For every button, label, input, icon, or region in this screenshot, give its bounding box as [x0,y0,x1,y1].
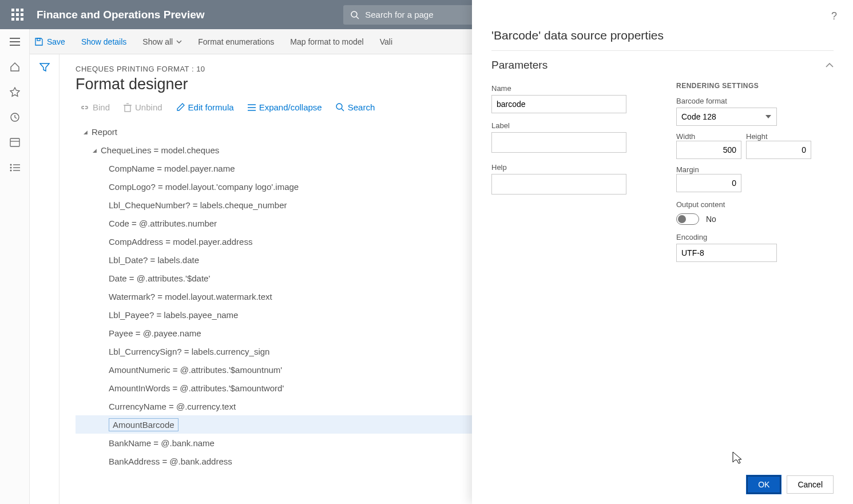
svg-rect-15 [125,105,130,112]
svg-rect-7 [10,138,19,146]
name-label: Name [491,84,649,93]
label-field[interactable] [491,132,626,153]
svg-point-0 [351,11,357,17]
search-action[interactable]: Search [336,102,375,112]
help-field[interactable] [491,174,626,195]
tree-node-label: ChequeLines = model.cheques [101,145,219,155]
list-icon[interactable] [9,162,21,173]
expand-collapse-action[interactable]: Expand/collapse [248,102,322,112]
filter-icon[interactable] [39,62,50,504]
tree-node-label: Lbl_CurrencySign? = labels.currency_sign [109,347,269,356]
barcode-format-select[interactable] [676,108,777,126]
properties-panel: ? 'Barcode' data source properties Param… [472,0,853,504]
name-field[interactable] [491,95,626,113]
parameters-header[interactable]: Parameters [491,59,834,72]
save-button[interactable]: Save [34,37,65,46]
tree-node-label: Lbl_Date? = labels.date [109,255,199,265]
form-left-column: Name Label Help [491,82,649,262]
tree-node-label: Report [92,127,117,137]
tree-node-label: Code = @.attributes.number [109,219,217,228]
parameters-label: Parameters [491,59,547,72]
tree-node-label: AmountNumeric = @.attributes.'$amountnum… [109,365,282,375]
caret-icon[interactable] [90,147,98,153]
tree-node-label: AmountInWords = @.attributes.'$amountwor… [109,383,284,393]
tree-node-label: CompLogo? = model.layout.'company logo'.… [109,182,299,192]
width-field[interactable] [676,141,741,159]
chevron-up-icon [826,63,834,68]
label-label: Label [491,121,649,130]
tree-node-label: CompName = model.payer.name [109,164,235,173]
help-icon[interactable]: ? [831,10,837,22]
help-label: Help [491,163,649,172]
show-all-button[interactable]: Show all [142,37,182,46]
margin-label: Margin [676,165,699,174]
unbind-action: Unbind [124,102,162,112]
svg-rect-2 [37,38,40,41]
margin-field[interactable] [676,174,741,192]
validate-button[interactable]: Vali [380,37,392,46]
output-content-label: Output content [676,200,834,209]
output-content-toggle[interactable] [676,213,699,225]
form-right-column: RENDERING SETTINGS Barcode format Width … [676,82,834,262]
edit-formula-action[interactable]: Edit formula [176,102,234,112]
hamburger-icon[interactable] [9,36,21,47]
clock-icon[interactable] [9,112,21,123]
height-label: Height [746,132,768,141]
tree-node-label: AmountBarcode [109,418,178,431]
module-icon[interactable] [9,137,21,148]
tree-node-label: BankName = @.bank.name [109,438,215,448]
tree-node-label: Lbl_ChequeNumber? = labels.cheque_number [109,200,287,210]
bind-action: Bind [80,102,110,112]
chevron-down-icon [176,40,182,43]
tree-node-label: Lbl_Payee? = labels.payee_name [109,310,238,320]
width-label: Width [676,132,695,141]
tree-node-label: Watermark? = model.layout.watermark.text [109,292,272,301]
tree-node-label: CompAddress = model.payer.address [109,237,252,247]
tree-node-label: Date = @.attributes.'$date' [109,273,210,283]
tree-node-label: BankAddress = @.bank.address [109,457,232,466]
show-details-button[interactable]: Show details [81,37,126,46]
svg-line-1 [356,17,359,19]
svg-point-13 [10,170,11,172]
svg-point-9 [10,164,11,166]
panel-title: 'Barcode' data source properties [491,29,834,42]
svg-point-11 [10,167,11,169]
waffle-menu[interactable] [5,2,30,27]
home-icon[interactable] [9,61,21,73]
app-title: Finance and Operations Preview [37,9,205,21]
star-icon[interactable] [9,86,21,98]
map-format-button[interactable]: Map format to model [290,37,363,46]
format-enumerations-button[interactable]: Format enumerations [198,37,274,46]
search-icon [350,10,359,19]
output-content-value: No [706,215,716,224]
barcode-format-label: Barcode format [676,97,834,105]
cancel-button[interactable]: Cancel [787,475,834,494]
save-label: Save [47,37,65,46]
height-field[interactable] [746,141,811,159]
encoding-label: Encoding [676,233,834,241]
filter-column [30,54,59,504]
rendering-settings-header: RENDERING SETTINGS [676,82,834,90]
svg-line-22 [342,109,344,111]
tree-node-label: CurrencyName = @.currency.text [109,402,236,411]
caret-icon[interactable] [81,129,89,135]
svg-point-21 [336,104,342,109]
tree-node-label: Payee = @.payee.name [109,328,201,338]
nav-rail [0,29,30,504]
encoding-field[interactable] [676,244,777,262]
ok-button[interactable]: OK [747,475,781,494]
